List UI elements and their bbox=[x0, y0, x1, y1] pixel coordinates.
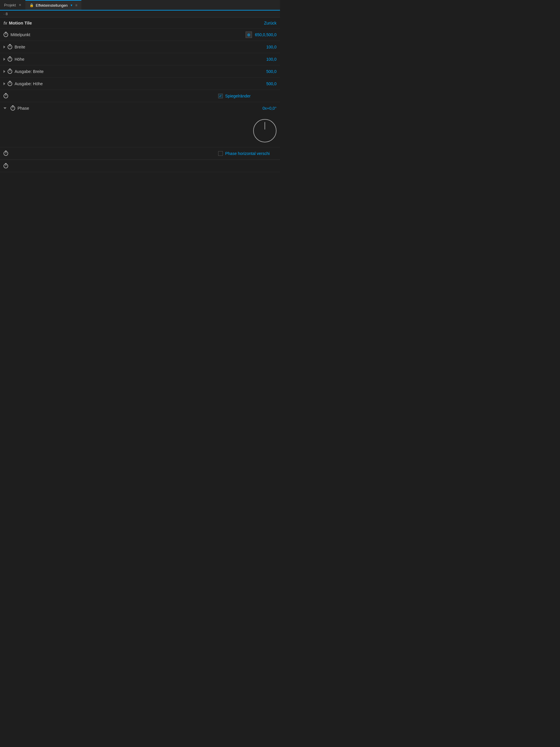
property-label-ausgabe-breite: Ausgabe: Breite bbox=[3, 69, 218, 74]
tab-projekt-label: Projekt bbox=[4, 3, 16, 7]
extra-stopwatch-row bbox=[0, 160, 280, 172]
property-row-breite: Breite 100,0 bbox=[0, 41, 280, 53]
checkbox-phase-horizontal[interactable] bbox=[218, 151, 223, 156]
expand-icon-breite[interactable] bbox=[3, 46, 5, 48]
tab-active-indicator: ▾ bbox=[71, 3, 72, 7]
property-value-phase-horizontal: Phase horizontal verschi bbox=[218, 151, 276, 156]
dial-needle bbox=[265, 122, 265, 130]
property-label-breite: Breite bbox=[3, 45, 218, 49]
property-row-ausgabe-hoehe: Ausgabe: Höhe 500,0 bbox=[0, 78, 280, 90]
tab-effekteinstellungen-label: Effekteinstellungen bbox=[35, 3, 68, 7]
checkbox-row-spiegelraender: Spiegelränder bbox=[218, 94, 276, 98]
effect-panel: fx Motion Tile Zurück Mittelpunkt ⊕ 650,… bbox=[0, 18, 280, 289]
phase-dial[interactable] bbox=[253, 119, 276, 143]
effect-title: fx Motion Tile bbox=[3, 20, 32, 25]
property-label-spiegelraender bbox=[3, 94, 218, 98]
stopwatch-icon-ausgabe-breite[interactable] bbox=[7, 69, 12, 74]
extra-stopwatch-icon[interactable] bbox=[3, 164, 8, 169]
checkbox-label-phase-horizontal: Phase horizontal verschi bbox=[225, 151, 270, 156]
property-value-breite[interactable]: 100,0 bbox=[218, 45, 276, 49]
tab-effekteinstellungen[interactable]: 🔒 Effekteinstellungen ▾ ≡ bbox=[25, 0, 81, 10]
checkbox-spiegelraender[interactable] bbox=[218, 94, 223, 98]
stopwatch-icon-breite[interactable] bbox=[7, 45, 12, 49]
expand-icon-ausgabe-breite[interactable] bbox=[3, 70, 5, 73]
property-value-hoehe[interactable]: 100,0 bbox=[218, 57, 276, 61]
property-row-phase-horizontal: Phase horizontal verschi bbox=[0, 147, 280, 160]
property-label-phase: Phase bbox=[3, 106, 218, 110]
property-label-ausgabe-hoehe: Ausgabe: Höhe bbox=[3, 81, 218, 86]
tab-menu-icon: ≡ bbox=[75, 3, 77, 7]
expand-icon-ausgabe-hoehe[interactable] bbox=[3, 82, 5, 85]
subtitle-text: · 8 bbox=[3, 12, 7, 16]
property-label-phase-horizontal bbox=[3, 151, 218, 156]
property-label-hoehe: Höhe bbox=[3, 57, 218, 61]
stopwatch-icon-mittelpunkt[interactable] bbox=[3, 32, 8, 37]
stopwatch-icon-phase-horizontal[interactable] bbox=[3, 151, 8, 156]
checkbox-row-phase-horizontal: Phase horizontal verschi bbox=[218, 151, 276, 156]
property-value-spiegelraender: Spiegelränder bbox=[218, 94, 276, 98]
property-row-ausgabe-breite: Ausgabe: Breite 500,0 bbox=[0, 66, 280, 78]
effect-name: Motion Tile bbox=[9, 20, 32, 25]
stopwatch-icon-phase[interactable] bbox=[10, 106, 15, 110]
tab-close-icon[interactable]: ✕ bbox=[19, 3, 21, 7]
expand-icon-phase[interactable] bbox=[3, 107, 6, 109]
subtitle-bar: · 8 bbox=[0, 10, 280, 18]
property-name-ausgabe-hoehe: Ausgabe: Höhe bbox=[15, 81, 43, 86]
property-value-ausgabe-breite[interactable]: 500,0 bbox=[218, 69, 276, 74]
property-name-hoehe: Höhe bbox=[15, 57, 24, 61]
stopwatch-icon-ausgabe-hoehe[interactable] bbox=[7, 81, 12, 86]
mittelpunkt-coords[interactable]: 650,0,500,0 bbox=[255, 32, 276, 37]
expand-icon-hoehe[interactable] bbox=[3, 58, 5, 61]
extra-stopwatch-label bbox=[3, 164, 276, 169]
property-row-spiegelraender: Spiegelränder bbox=[0, 90, 280, 102]
property-value-mittelpunkt[interactable]: ⊕ 650,0,500,0 bbox=[218, 31, 276, 38]
property-value-phase[interactable]: 0x+0,0° bbox=[218, 106, 276, 110]
tab-bar: Projekt ✕ 🔒 Effekteinstellungen ▾ ≡ bbox=[0, 0, 280, 10]
checkbox-label-spiegelraender: Spiegelränder bbox=[225, 94, 250, 98]
fx-badge: fx bbox=[3, 21, 7, 25]
dial-container bbox=[0, 114, 280, 147]
crosshair-icon: ⊕ bbox=[247, 32, 250, 37]
property-value-ausgabe-hoehe[interactable]: 500,0 bbox=[218, 81, 276, 86]
reset-button[interactable]: Zurück bbox=[264, 21, 276, 25]
property-label-mittelpunkt: Mittelpunkt bbox=[3, 32, 218, 37]
property-name-ausgabe-breite: Ausgabe: Breite bbox=[15, 69, 44, 74]
property-row-hoehe: Höhe 100,0 bbox=[0, 53, 280, 66]
phase-section: Phase 0x+0,0° Phase horizontal verschi bbox=[0, 102, 280, 160]
property-row-phase: Phase 0x+0,0° bbox=[0, 102, 280, 114]
effect-header: fx Motion Tile Zurück bbox=[0, 18, 280, 29]
stopwatch-icon-spiegelraender[interactable] bbox=[3, 94, 8, 98]
tab-projekt[interactable]: Projekt ✕ bbox=[0, 0, 25, 10]
property-name-mittelpunkt: Mittelpunkt bbox=[10, 32, 30, 37]
crosshair-button[interactable]: ⊕ bbox=[246, 31, 252, 38]
stopwatch-icon-hoehe[interactable] bbox=[7, 57, 12, 61]
lock-icon: 🔒 bbox=[29, 3, 34, 7]
property-row-mittelpunkt: Mittelpunkt ⊕ 650,0,500,0 bbox=[0, 29, 280, 41]
empty-area bbox=[0, 172, 280, 289]
property-name-breite: Breite bbox=[15, 45, 25, 49]
property-name-phase: Phase bbox=[18, 106, 29, 110]
